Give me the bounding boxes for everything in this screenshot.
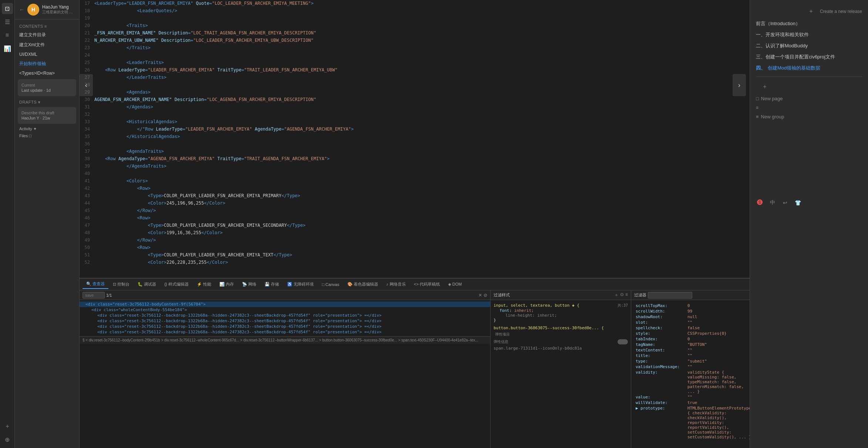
prop-row: spellcheck: false: [634, 325, 747, 331]
sidebar-icon-add[interactable]: ＋: [2, 421, 13, 432]
right-item-4[interactable]: 四、 创建Mod领袖的基础数据: [750, 63, 868, 74]
code-editor[interactable]: 17<LeaderType="LEADER_FSN_ARCHER_EMIYA" …: [80, 0, 750, 278]
devtools-tab[interactable]: {} 样式编辑器: [161, 280, 192, 289]
html-tree-node[interactable]: <div class="reset-3c756112-bodyContent-9…: [80, 302, 490, 307]
css-val: inherit;: [514, 308, 534, 313]
devtools-panel: 🔍 查查器⊡ 控制台🐛 调试器{} 样式编辑器⚡ 性能📊 内存📡 网络💾 存储♿…: [80, 278, 750, 448]
nav-arrow-right[interactable]: ›: [733, 74, 746, 96]
nav-item-directory[interactable]: 建立文件目录: [15, 30, 79, 40]
html-tree-node[interactable]: <div class="reset-3c756112--backdrop-132…: [80, 329, 490, 335]
draft-entry[interactable]: Describe this draft HaoJun Y · 21w: [18, 107, 76, 124]
sidebar-icon-nav[interactable]: ☰: [2, 16, 13, 27]
new-group-button[interactable]: ≡ New group: [750, 112, 868, 122]
right-icon-zh[interactable]: 中: [767, 197, 778, 208]
prop-val: "": [687, 348, 692, 353]
right-icon-red[interactable]: 🅢: [754, 197, 766, 208]
code-line: 52 <Color>226,228,235,255</Color>: [80, 259, 750, 266]
right-item-4-label: 创建Mod领袖的基础数据: [768, 65, 820, 71]
line-content: <Row>: [94, 185, 750, 192]
css-toggle[interactable]: [618, 339, 628, 344]
nav-item-xml[interactable]: 建立Xml文件: [15, 40, 79, 50]
css-rules-panel[interactable]: 过滤样式 ＋ ⊙ ≡ input, select, textarea, butt…: [491, 290, 631, 448]
html-tree-panel[interactable]: 1/1 ✕ ⊘ <div class="reset-3c756112-bodyC…: [80, 290, 491, 448]
prop-row: slot: "": [634, 320, 747, 325]
sidebar-icon-list[interactable]: ≡: [2, 30, 13, 41]
right-icon-return[interactable]: ↩: [780, 197, 791, 208]
files-item[interactable]: Files □: [15, 132, 79, 139]
html-tree-node[interactable]: <div class="reset-3c756112--backdrop-132…: [80, 313, 490, 318]
right-item-3-label: 三、创建一个项目并配置civ6proj文件: [756, 54, 835, 60]
right-icon-shirt[interactable]: 👕: [792, 197, 803, 208]
line-number: 25: [80, 59, 94, 67]
right-item-3[interactable]: 三、创建一个项目并配置civ6proj文件: [750, 51, 868, 63]
line-number: 19: [80, 15, 94, 22]
toolbar-icon-x[interactable]: ✕: [478, 293, 482, 298]
line-number: 44: [80, 200, 94, 207]
right-intro[interactable]: 前言（Introduction）: [750, 18, 868, 29]
line-content: </"Row LeaderType="LEADER_FSN_ARCHER_EMI…: [94, 126, 750, 133]
current-doc-entry: Current Last update · 1d: [18, 79, 76, 96]
devtools-tab[interactable]: 📡 网络: [238, 280, 260, 289]
left-sidebar: ← H HaoJun Yang 三维星麻的文明 Vi Mo制作教程 CONTEN…: [15, 0, 80, 448]
prop-row: value: "": [634, 394, 747, 400]
line-number: 37: [80, 148, 94, 155]
right-icons-section: 🅢 中 ↩ 👕: [750, 196, 868, 210]
sidebar-icons-panel: ⊡ ☰ ≡ 📊 ＋ ⊕: [0, 0, 15, 448]
css-icon2[interactable]: ⊙: [620, 292, 624, 298]
nav-item-types[interactable]: <Types>ID<Row>: [15, 69, 79, 78]
create-release-add[interactable]: ＋: [802, 6, 820, 17]
activity-item[interactable]: Activity ✦: [15, 125, 79, 132]
html-tree-node[interactable]: <div class="reset-3c756112--backdrop-132…: [80, 318, 490, 324]
toolbar-icon-filter[interactable]: ⊘: [484, 293, 487, 298]
devtools-tab[interactable]: □ Canvas: [318, 281, 343, 288]
back-button[interactable]: ←: [19, 7, 24, 13]
nav-arrow-left[interactable]: ‹: [80, 74, 93, 96]
devtools-tab[interactable]: <> 代码草稿纸: [410, 280, 444, 289]
draft-desc: Describe this draft: [21, 111, 73, 115]
code-line: 41 <Colors>: [80, 178, 750, 185]
properties-panel[interactable]: 过滤器 scrollTopMax: 0scrollWidth: 99shadow…: [631, 290, 750, 448]
html-tree-node[interactable]: <div class="reset-3c756112--backdrop-132…: [80, 324, 490, 329]
css-add-icon[interactable]: ＋: [614, 292, 619, 298]
devtools-tab[interactable]: ⚡ 性能: [193, 280, 215, 289]
prop-row: ▶ prototype: HTMLButtonElementPrototype …: [634, 405, 747, 440]
new-page-add[interactable]: ＋: [756, 81, 774, 92]
devtools-tab[interactable]: ◈ DOM: [444, 280, 465, 288]
devtools-tab[interactable]: 🐛 调试器: [134, 280, 160, 289]
devtools-tab[interactable]: 🎨 着色器编辑器: [344, 280, 382, 289]
user-info: HaoJun Yang 三维星麻的文明 Vi Mo制作教程: [42, 4, 75, 15]
devtools-tab[interactable]: 📊 内存: [216, 280, 238, 289]
prop-val: "submit": [687, 359, 707, 364]
html-tree-node[interactable]: <div class="wholeContentBody-554be184">: [80, 307, 490, 313]
nav-item-dxml[interactable]: UI/DXML: [15, 50, 79, 59]
css-extra-selector: span.large-71311d1--iconOnly-b0dc81a: [494, 345, 628, 351]
sidebar-icon-layers[interactable]: ⊕: [2, 434, 13, 445]
code-line: 37 <AgendaTraits>: [80, 148, 750, 155]
right-panel: ＋ Create a new release 前言（Introduction） …: [750, 0, 868, 448]
devtools-tab[interactable]: 🔍 查查器: [83, 280, 108, 289]
prop-key: ▶ prototype:: [636, 406, 687, 439]
devtools-tab[interactable]: ♿ 无障碍环境: [283, 280, 317, 289]
line-number: 20: [80, 22, 94, 30]
devtools-tab[interactable]: ♪ 网络音乐: [383, 280, 410, 289]
code-line: 47 <Type>COLOR_PLAYER_LEADER_FSN_ARCHER_…: [80, 222, 750, 229]
new-page-label: New page: [761, 96, 783, 101]
user-header: ← H HaoJun Yang 三维星麻的文明 Vi Mo制作教程: [15, 0, 79, 20]
new-page-button[interactable]: □ New page: [750, 94, 868, 104]
line-number: 18: [80, 7, 94, 15]
user-subtitle: 三维星麻的文明 Vi Mo制作教程: [42, 10, 75, 15]
right-item-1[interactable]: 一、开发环境和相关软件: [750, 29, 868, 40]
devtools-tab[interactable]: 💾 存储: [261, 280, 283, 289]
filter-input[interactable]: [648, 292, 692, 299]
sidebar-icon-chart[interactable]: 📊: [2, 43, 13, 54]
create-release-label[interactable]: Create a new release: [820, 9, 862, 14]
right-item-2[interactable]: 二、认识了解ModBuddy: [750, 40, 868, 51]
sidebar-icon-home[interactable]: ⊡: [2, 3, 13, 14]
line-number: 49: [80, 237, 94, 244]
css-brace: }: [494, 318, 496, 323]
html-search-input[interactable]: [83, 292, 105, 299]
css-icon3[interactable]: ≡: [625, 292, 628, 298]
nav-item-leader[interactable]: 开始制作领袖: [15, 59, 79, 69]
prop-val: true: [687, 400, 697, 405]
devtools-tab[interactable]: ⊡ 控制台: [109, 280, 133, 289]
